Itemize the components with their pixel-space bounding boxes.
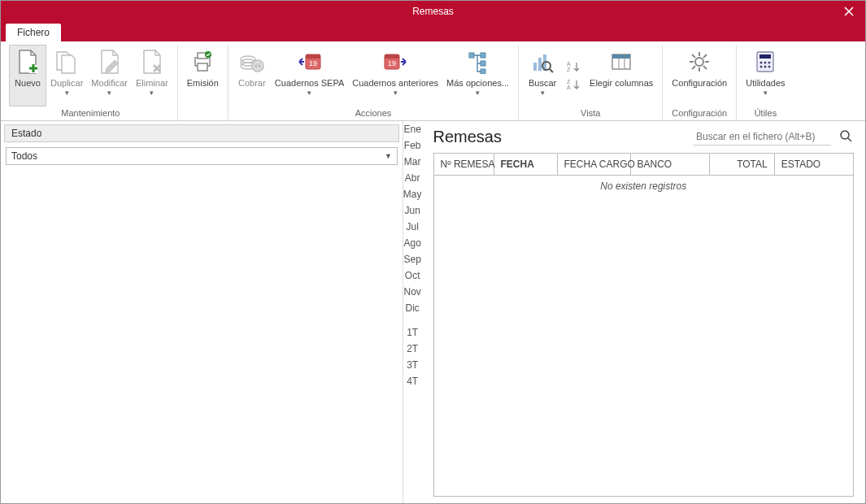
search-chart-icon (530, 50, 555, 74)
tab-strip: Fichero (1, 22, 865, 41)
tab-fichero[interactable]: Fichero (6, 24, 61, 41)
data-grid: Nº REMESA FECHA FECHA CARGO BANCO TOTAL … (433, 153, 855, 497)
col-estado[interactable]: ESTADO (775, 154, 853, 175)
duplicar-button[interactable]: Duplicar ▾ (46, 45, 87, 106)
cuadernos-anteriores-button[interactable]: 19 Cuadernos anteriores ▾ (348, 45, 442, 106)
filter-estado-value: Todos (11, 150, 37, 162)
eliminar-label: Eliminar (136, 78, 168, 89)
elegir-columnas-button[interactable]: Elegir columnas (585, 45, 657, 106)
svg-text:Z: Z (567, 79, 571, 85)
filter-estado-header: Estado (4, 124, 399, 142)
month-oct[interactable]: Oct (403, 267, 422, 284)
month-ago[interactable]: Ago (403, 235, 422, 251)
configuracion-label: Configuración (672, 78, 727, 89)
buscar-button[interactable]: Buscar ▾ (524, 45, 561, 106)
month-filter-column: Ene Feb Mar Abr May Jun Jul Ago Sep Oct … (403, 121, 422, 503)
close-button[interactable] (833, 1, 865, 22)
svg-point-43 (764, 62, 767, 64)
elegir-columnas-label: Elegir columnas (590, 78, 653, 89)
utilidades-label: Utilidades (746, 78, 785, 89)
mas-opciones-button[interactable]: Más opciones... ▾ (442, 45, 513, 106)
modificar-button[interactable]: Modificar ▾ (87, 45, 132, 106)
ribbon-group-title: Acciones (233, 106, 513, 121)
print-icon (190, 50, 215, 74)
quarter-1t[interactable]: 1T (403, 324, 422, 341)
svg-text:A: A (567, 85, 571, 90)
filter-panel: Estado Todos ▼ (1, 121, 403, 503)
calculator-icon (755, 50, 776, 74)
month-dic[interactable]: Dic (403, 300, 422, 316)
svg-rect-3 (198, 63, 207, 71)
month-abr[interactable]: Abr (403, 170, 422, 186)
grid-header-row: Nº REMESA FECHA FECHA CARGO BANCO TOTAL … (434, 154, 854, 176)
cuadernos-anteriores-label: Cuadernos anteriores (352, 78, 438, 89)
chevron-down-icon: ▾ (394, 89, 398, 97)
col-num-remesa[interactable]: Nº REMESA (434, 154, 494, 175)
svg-point-4 (205, 51, 211, 58)
month-mar[interactable]: Mar (403, 154, 422, 170)
configuracion-button[interactable]: Configuración (668, 45, 731, 106)
cobrar-button[interactable]: Cobrar (233, 45, 271, 106)
svg-rect-17 (481, 61, 485, 66)
calendar-right-icon: 19 (382, 50, 408, 74)
utilidades-button[interactable]: Utilidades ▾ (742, 45, 789, 106)
window-title: Remesas (412, 6, 454, 17)
col-banco[interactable]: BANCO (631, 154, 710, 175)
search-input[interactable] (693, 128, 831, 146)
emision-label: Emisión (187, 78, 219, 89)
month-ene[interactable]: Ene (403, 121, 422, 137)
svg-text:19: 19 (309, 59, 317, 67)
svg-line-38 (703, 54, 707, 58)
svg-point-31 (695, 58, 703, 66)
quarter-3t[interactable]: 3T (403, 357, 422, 373)
svg-point-42 (760, 62, 763, 64)
month-nov[interactable]: Nov (403, 284, 422, 300)
svg-rect-15 (469, 53, 474, 58)
emision-button[interactable]: Emisión (183, 45, 223, 106)
new-doc-icon (16, 49, 39, 75)
columns-icon (609, 50, 633, 74)
buscar-label: Buscar (529, 78, 556, 89)
svg-rect-41 (759, 54, 771, 59)
main-content: Remesas Nº REMESA FECHA FECHA CARGO BANC… (422, 121, 866, 503)
nuevo-button[interactable]: Nuevo (9, 45, 46, 106)
sort-buttons[interactable]: AZ ZA (561, 45, 585, 106)
svg-line-36 (692, 54, 695, 58)
chevron-down-icon: ▾ (307, 89, 311, 97)
svg-rect-20 (538, 58, 542, 71)
search-icon (839, 129, 852, 142)
col-total[interactable]: TOTAL (710, 154, 775, 175)
month-feb[interactable]: Feb (403, 137, 422, 154)
col-fecha-cargo[interactable]: FECHA CARGO (558, 154, 631, 175)
chevron-down-icon: ▾ (150, 89, 154, 97)
month-may[interactable]: May (403, 186, 422, 202)
close-icon (844, 7, 854, 16)
quarter-4t[interactable]: 4T (403, 373, 422, 389)
quarter-2t[interactable]: 2T (403, 341, 422, 357)
search-button[interactable] (838, 128, 854, 146)
sort-desc-icon[interactable]: ZA (564, 76, 582, 93)
month-jul[interactable]: Jul (403, 219, 422, 235)
cuadernos-sepa-button[interactable]: 19 Cuadernos SEPA ▾ (271, 45, 348, 106)
body: Estado Todos ▼ Ene Feb Mar Abr May Jun J… (1, 121, 865, 503)
ribbon-group-vista: Buscar ▾ AZ ZA Elegir columnas Vista (519, 45, 663, 120)
eliminar-button[interactable]: Eliminar ▾ (132, 45, 172, 106)
svg-point-44 (768, 62, 771, 64)
month-sep[interactable]: Sep (403, 251, 422, 267)
grid-empty-message: No existen registros (434, 176, 854, 197)
month-jun[interactable]: Jun (403, 202, 422, 219)
mas-opciones-label: Más opciones... (446, 78, 509, 89)
cuadernos-sepa-label: Cuadernos SEPA (275, 78, 344, 89)
title-bar: Remesas (1, 1, 865, 22)
col-fecha[interactable]: FECHA (494, 154, 558, 175)
svg-text:Z: Z (567, 67, 571, 72)
svg-point-47 (768, 66, 771, 68)
calendar-left-icon: 19 (297, 50, 323, 74)
ribbon-group-title: Útiles (742, 106, 789, 121)
filter-estado-select[interactable]: Todos ▼ (6, 147, 398, 165)
ribbon-group-title: Mantenimiento (9, 106, 172, 121)
ribbon-group-acciones: Cobrar 19 Cuadernos SEPA ▾ 19 Cuadernos … (228, 45, 519, 120)
modificar-label: Modificar (91, 78, 128, 89)
sort-asc-icon[interactable]: AZ (564, 59, 582, 75)
chevron-down-icon: ▼ (385, 152, 392, 160)
